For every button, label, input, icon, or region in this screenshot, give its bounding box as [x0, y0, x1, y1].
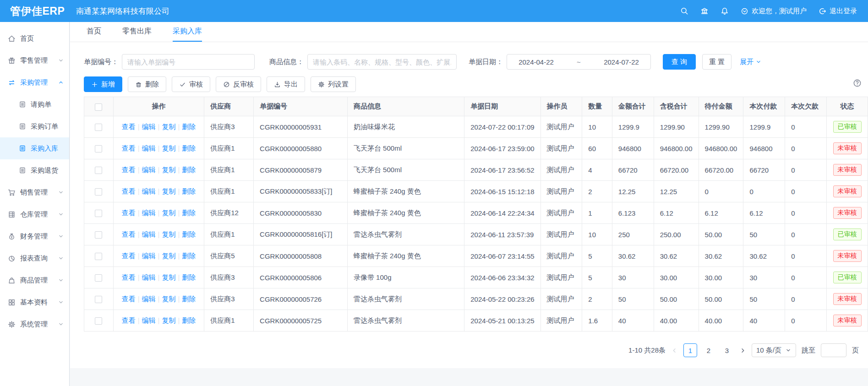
- status-badge: 已审核: [833, 272, 862, 283]
- sidebar-item-财务管理[interactable]: 财务管理: [0, 225, 69, 247]
- 复制-link[interactable]: 复制: [162, 123, 175, 130]
- 编辑-link[interactable]: 编辑: [142, 230, 156, 238]
- 删除-link[interactable]: 删除: [182, 295, 196, 303]
- sidebar-subitem-请购单[interactable]: 请购单: [0, 93, 69, 115]
- bank-icon[interactable]: [700, 7, 709, 15]
- 删除-link[interactable]: 删除: [182, 230, 196, 238]
- date-range-picker[interactable]: 2024-04-22 ~ 2024-07-22: [507, 54, 651, 70]
- query-button[interactable]: 查询: [663, 54, 696, 70]
- tab-零售出库[interactable]: 零售出库: [122, 22, 152, 42]
- cell-operator: 测试用户: [540, 267, 582, 288]
- 编辑-link[interactable]: 编辑: [142, 144, 156, 152]
- search-icon[interactable]: [680, 7, 688, 15]
- 编辑-link[interactable]: 编辑: [142, 273, 156, 281]
- page-number-3[interactable]: 3: [720, 343, 734, 357]
- row-checkbox[interactable]: [95, 317, 102, 325]
- 删除-link[interactable]: 删除: [182, 123, 196, 130]
- 编辑-link[interactable]: 编辑: [142, 316, 156, 324]
- sidebar-item-基本资料[interactable]: 基本资料: [0, 291, 69, 313]
- sidebar-item-销售管理[interactable]: 销售管理: [0, 181, 69, 203]
- 查看-link[interactable]: 查看: [122, 209, 136, 217]
- sidebar-item-系统管理[interactable]: 系统管理: [0, 313, 69, 335]
- jump-page-input[interactable]: [821, 343, 846, 357]
- order-no-input[interactable]: [122, 54, 255, 70]
- 列设置-button[interactable]: 列设置: [311, 76, 356, 92]
- 编辑-link[interactable]: 编辑: [142, 166, 156, 174]
- prev-page-icon[interactable]: [671, 347, 678, 354]
- 编辑-link[interactable]: 编辑: [142, 123, 156, 130]
- bell-icon[interactable]: [721, 7, 729, 15]
- 查看-link[interactable]: 查看: [122, 187, 136, 195]
- 删除-link[interactable]: 删除: [182, 166, 196, 174]
- 审核-button[interactable]: 审核: [172, 76, 210, 92]
- product-info-input[interactable]: [307, 54, 457, 70]
- row-checkbox[interactable]: [95, 253, 102, 260]
- 查看-link[interactable]: 查看: [122, 316, 136, 324]
- 查看-link[interactable]: 查看: [122, 273, 136, 281]
- cell-supplier: 供应商12: [204, 202, 254, 224]
- reset-button[interactable]: 重置: [702, 54, 732, 70]
- sidebar-item-零售管理[interactable]: 零售管理: [0, 49, 69, 71]
- sidebar-subitem-采购退货[interactable]: 采购退货: [0, 159, 69, 181]
- 复制-link[interactable]: 复制: [162, 144, 175, 152]
- sidebar-subitem-采购入库[interactable]: 采购入库: [0, 137, 69, 159]
- row-checkbox[interactable]: [95, 231, 102, 239]
- 删除-link[interactable]: 删除: [182, 252, 196, 260]
- 反审核-button[interactable]: 反审核: [216, 76, 261, 92]
- 查看-link[interactable]: 查看: [122, 252, 136, 260]
- 复制-link[interactable]: 复制: [162, 295, 175, 303]
- 复制-link[interactable]: 复制: [162, 252, 175, 260]
- gear-icon: [318, 81, 325, 88]
- sidebar-subitem-采购订单[interactable]: 采购订单: [0, 115, 69, 137]
- cell-date: 2024-06-14 22:24:34: [464, 202, 540, 224]
- page-number-1[interactable]: 1: [683, 343, 697, 357]
- 编辑-link[interactable]: 编辑: [142, 295, 156, 303]
- 新增-button[interactable]: 新增: [84, 76, 122, 92]
- 导出-button[interactable]: 导出: [267, 76, 305, 92]
- logout-icon: [819, 7, 826, 15]
- 查看-link[interactable]: 查看: [122, 166, 136, 174]
- 复制-link[interactable]: 复制: [162, 230, 175, 238]
- 查看-link[interactable]: 查看: [122, 230, 136, 238]
- page-size-select[interactable]: 10 条/页: [752, 343, 796, 357]
- tab-首页[interactable]: 首页: [87, 22, 101, 42]
- 复制-link[interactable]: 复制: [162, 166, 175, 174]
- 查看-link[interactable]: 查看: [122, 123, 136, 130]
- row-checkbox[interactable]: [95, 188, 102, 196]
- tab-采购入库[interactable]: 采购入库: [173, 22, 202, 42]
- row-checkbox[interactable]: [95, 296, 102, 303]
- 复制-link[interactable]: 复制: [162, 209, 175, 217]
- 删除-button[interactable]: 删除: [128, 76, 166, 92]
- expand-link[interactable]: 展开: [740, 58, 762, 66]
- next-page-icon[interactable]: [739, 347, 746, 354]
- 删除-link[interactable]: 删除: [182, 144, 196, 152]
- sidebar-item-采购管理[interactable]: 采购管理: [0, 71, 69, 93]
- 查看-link[interactable]: 查看: [122, 144, 136, 152]
- 删除-link[interactable]: 删除: [182, 316, 196, 324]
- 复制-link[interactable]: 复制: [162, 273, 175, 281]
- sidebar-item-报表查询[interactable]: 报表查询: [0, 247, 69, 269]
- 编辑-link[interactable]: 编辑: [142, 187, 156, 195]
- 删除-link[interactable]: 删除: [182, 187, 196, 195]
- page-number-2[interactable]: 2: [702, 343, 715, 357]
- select-all-checkbox[interactable]: [95, 103, 102, 111]
- 删除-link[interactable]: 删除: [182, 273, 196, 281]
- 复制-link[interactable]: 复制: [162, 316, 175, 324]
- help-icon[interactable]: [853, 79, 862, 87]
- row-checkbox[interactable]: [95, 124, 102, 131]
- 编辑-link[interactable]: 编辑: [142, 209, 156, 217]
- cell-date: 2024-07-22 00:17:09: [464, 116, 540, 138]
- 查看-link[interactable]: 查看: [122, 295, 136, 303]
- 复制-link[interactable]: 复制: [162, 187, 175, 195]
- 编辑-link[interactable]: 编辑: [142, 252, 156, 260]
- row-checkbox[interactable]: [95, 145, 102, 152]
- row-checkbox[interactable]: [95, 274, 102, 282]
- sidebar-item-商品管理[interactable]: 商品管理: [0, 269, 69, 291]
- sidebar-item-首页[interactable]: 首页: [0, 27, 69, 49]
- row-checkbox[interactable]: [95, 210, 102, 217]
- sidebar-item-仓库管理[interactable]: 仓库管理: [0, 203, 69, 225]
- row-checkbox[interactable]: [95, 167, 102, 174]
- user-menu[interactable]: 欢迎您，测试用户: [741, 7, 807, 16]
- logout-button[interactable]: 退出登录: [819, 7, 857, 16]
- 删除-link[interactable]: 删除: [182, 209, 196, 217]
